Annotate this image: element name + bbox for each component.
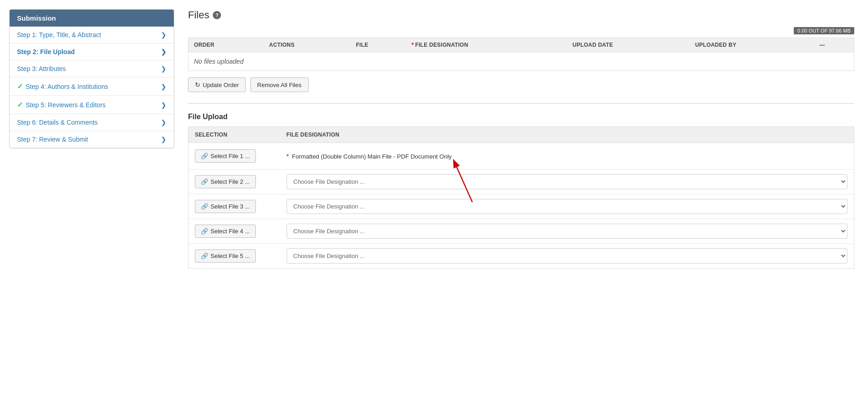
check-icon-step5: ✓ — [17, 100, 23, 109]
chevron-icon-step2: ❯ — [161, 48, 166, 55]
chevron-icon-step3: ❯ — [161, 65, 166, 72]
designation-3-cell: Choose File Designation ... — [280, 194, 854, 219]
files-table: ORDER ACTIONS FILE *FILE DESIGNATION UPL… — [188, 38, 854, 71]
upload-section-title: File Upload — [188, 113, 854, 121]
designation-2-cell: Choose File Designation ... — [280, 170, 854, 194]
col-uploaded-by: UPLOADED BY — [690, 38, 814, 52]
sidebar-item-step5[interactable]: ✓ Step 5: Reviewers & Editors ❯ — [10, 96, 174, 114]
col-extra: — — [814, 38, 854, 52]
sidebar-item-label-step3: Step 3: Attributes — [17, 65, 66, 72]
chevron-icon-step7: ❯ — [161, 136, 166, 143]
sidebar: Submission Step 1: Type, Title, & Abstra… — [9, 9, 174, 148]
select-file-2-button[interactable]: 🔗 Select File 2 ... — [195, 175, 256, 188]
table-row: 🔗 Select File 4 ... Choose File Designat… — [188, 219, 854, 244]
select-file-1-button[interactable]: 🔗 Select File 1 ... — [195, 149, 256, 163]
paperclip-icon-3: 🔗 — [201, 203, 208, 210]
col-file: FILE — [350, 38, 406, 52]
refresh-icon: ↻ — [195, 81, 200, 88]
section-divider — [188, 103, 854, 104]
designation-text-1: Formatted (Double Column) Main File - PD… — [292, 153, 452, 160]
table-row: 🔗 Select File 3 ... Choose File Designat… — [188, 194, 854, 219]
sidebar-item-label-step7: Step 7: Review & Submit — [17, 136, 88, 143]
select-file-3-cell: 🔗 Select File 3 ... — [188, 194, 280, 219]
paperclip-icon-5: 🔗 — [201, 253, 208, 259]
sidebar-item-step3[interactable]: Step 3: Attributes ❯ — [10, 60, 174, 77]
action-buttons: ↻ Update Order Remove All Files — [188, 77, 854, 92]
col-designation: *FILE DESIGNATION — [406, 38, 567, 52]
paperclip-icon-4: 🔗 — [201, 228, 208, 235]
remove-all-files-button[interactable]: Remove All Files — [250, 77, 309, 92]
col-file-designation: FILE DESIGNATION — [280, 127, 854, 143]
chevron-icon-step4: ❯ — [161, 83, 166, 90]
designation-select-3[interactable]: Choose File Designation ... — [287, 199, 848, 214]
sidebar-item-step6[interactable]: Step 6: Details & Comments ❯ — [10, 114, 174, 131]
designation-1-cell: * Formatted (Double Column) Main File - … — [280, 143, 854, 170]
page-title-row: Files ? — [188, 9, 854, 21]
chevron-icon-step1: ❯ — [161, 31, 166, 38]
col-selection: SELECTION — [188, 127, 280, 143]
designation-select-5[interactable]: Choose File Designation ... — [287, 248, 848, 264]
table-row: 🔗 Select File 5 ... Choose File Designat… — [188, 244, 854, 269]
select-file-1-cell: 🔗 Select File 1 ... — [188, 143, 280, 170]
sidebar-item-step7[interactable]: Step 7: Review & Submit ❯ — [10, 131, 174, 148]
sidebar-item-label-step1: Step 1: Type, Title, & Abstract — [17, 31, 101, 38]
check-icon-step4: ✓ — [17, 82, 23, 91]
select-file-4-cell: 🔗 Select File 4 ... — [188, 219, 280, 244]
paperclip-icon-1: 🔗 — [201, 153, 208, 159]
sidebar-title: Submission — [10, 10, 174, 27]
col-order: ORDER — [188, 38, 264, 52]
sidebar-item-step2[interactable]: Step 2: File Upload ❯ — [10, 44, 174, 60]
sidebar-item-label-step6: Step 6: Details & Comments — [17, 119, 98, 126]
designation-4-cell: Choose File Designation ... — [280, 219, 854, 244]
table-row: 🔗 Select File 2 ... Choose File Designat… — [188, 170, 854, 194]
designation-select-4[interactable]: Choose File Designation ... — [287, 224, 848, 239]
sidebar-item-label-step4: Step 4: Authors & Institutions — [26, 83, 108, 90]
select-file-5-button[interactable]: 🔗 Select File 5 ... — [195, 249, 256, 263]
select-file-3-button[interactable]: 🔗 Select File 3 ... — [195, 200, 256, 213]
sidebar-item-step1[interactable]: Step 1: Type, Title, & Abstract ❯ — [10, 27, 174, 44]
help-icon[interactable]: ? — [213, 11, 221, 19]
chevron-icon-step6: ❯ — [161, 119, 166, 126]
select-file-2-cell: 🔗 Select File 2 ... — [188, 170, 280, 194]
sidebar-item-step4[interactable]: ✓ Step 4: Authors & Institutions ❯ — [10, 77, 174, 96]
page-title: Files — [188, 9, 209, 21]
chevron-icon-step5: ❯ — [161, 101, 166, 109]
main-content: Files ? 0.00 OUT OF 97.66 MB ORDER ACTIO… — [174, 0, 868, 401]
required-star-1: * — [287, 153, 289, 160]
quota-badge: 0.00 OUT OF 97.66 MB — [794, 27, 854, 34]
table-row: 🔗 Select File 1 ... * Formatted (Double … — [188, 143, 854, 170]
no-files-message: No files uploaded — [188, 52, 854, 71]
sidebar-item-label-step5: Step 5: Reviewers & Editors — [26, 101, 105, 109]
col-upload-date: UPLOAD DATE — [567, 38, 689, 52]
sidebar-item-label-step2: Step 2: File Upload — [17, 48, 75, 55]
designation-select-2[interactable]: Choose File Designation ... — [287, 174, 848, 189]
upload-table: SELECTION FILE DESIGNATION 🔗 Select File… — [188, 126, 854, 269]
col-actions: ACTIONS — [264, 38, 351, 52]
update-order-button[interactable]: ↻ Update Order — [188, 77, 246, 92]
select-file-5-cell: 🔗 Select File 5 ... — [188, 244, 280, 269]
designation-5-cell: Choose File Designation ... — [280, 244, 854, 269]
select-file-4-button[interactable]: 🔗 Select File 4 ... — [195, 225, 256, 238]
quota-bar: 0.00 OUT OF 97.66 MB — [188, 27, 854, 34]
paperclip-icon-2: 🔗 — [201, 178, 208, 185]
